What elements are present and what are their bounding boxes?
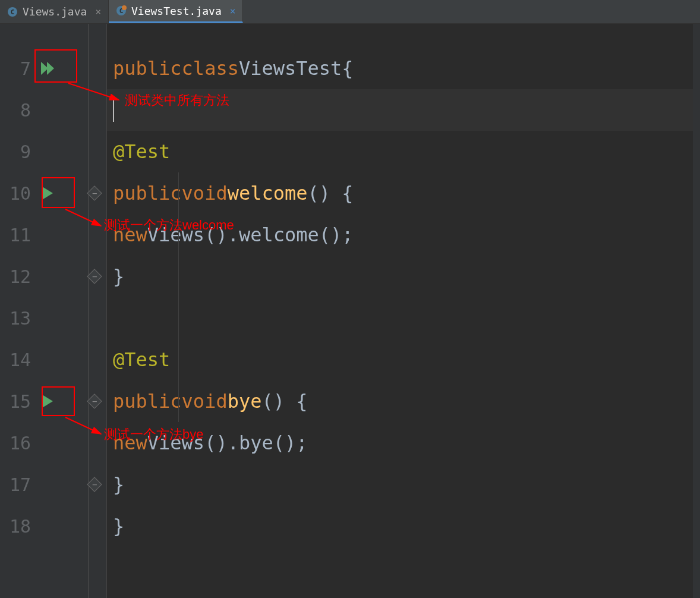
line-number: 11 <box>0 225 36 246</box>
current-line <box>107 89 700 131</box>
line-number: 8 <box>0 100 36 121</box>
tab-label: ViewsTest.java <box>131 5 222 17</box>
line-number: 13 <box>0 308 36 329</box>
fold-end-icon[interactable]: − <box>87 477 102 492</box>
line-number: 14 <box>0 350 36 370</box>
run-test-icon[interactable] <box>36 184 59 202</box>
line-number: 15 <box>0 391 36 412</box>
line-number: 7 <box>0 58 36 79</box>
tab-views-java[interactable]: C Views.java × <box>0 0 109 23</box>
tab-label: Views.java <box>23 5 87 18</box>
run-test-icon[interactable] <box>36 392 59 410</box>
line-number: 10 <box>0 183 36 204</box>
fold-gutter: − − − − <box>89 24 107 598</box>
line-number: 12 <box>0 266 36 287</box>
close-icon[interactable]: × <box>226 5 236 17</box>
indent-guide <box>178 172 179 422</box>
line-number: 18 <box>0 516 36 537</box>
java-class-icon: C <box>7 7 18 17</box>
editor-area: 7 8 9 10 11 12 13 14 15 16 17 18 <box>0 24 700 598</box>
editor-tabs: C Views.java × C ViewsTest.java × <box>0 0 700 24</box>
caret <box>113 98 114 122</box>
svg-point-4 <box>122 5 127 10</box>
gutter: 7 8 9 10 11 12 13 14 15 16 17 18 <box>0 24 89 598</box>
svg-text:C: C <box>11 8 15 16</box>
code-area[interactable]: public class ViewsTest { @Test public vo… <box>107 24 700 598</box>
line-number: 17 <box>0 474 36 495</box>
close-icon[interactable]: × <box>92 6 101 17</box>
run-all-tests-icon[interactable] <box>36 59 59 77</box>
scrollbar[interactable] <box>693 24 700 598</box>
line-number: 9 <box>0 141 36 162</box>
tab-viewstest-java[interactable]: C ViewsTest.java × <box>109 0 243 23</box>
fold-collapse-icon[interactable]: − <box>87 394 102 408</box>
fold-end-icon[interactable]: − <box>87 269 102 284</box>
line-number: 16 <box>0 433 36 454</box>
java-test-class-icon: C <box>116 5 127 16</box>
fold-collapse-icon[interactable]: − <box>87 185 102 200</box>
